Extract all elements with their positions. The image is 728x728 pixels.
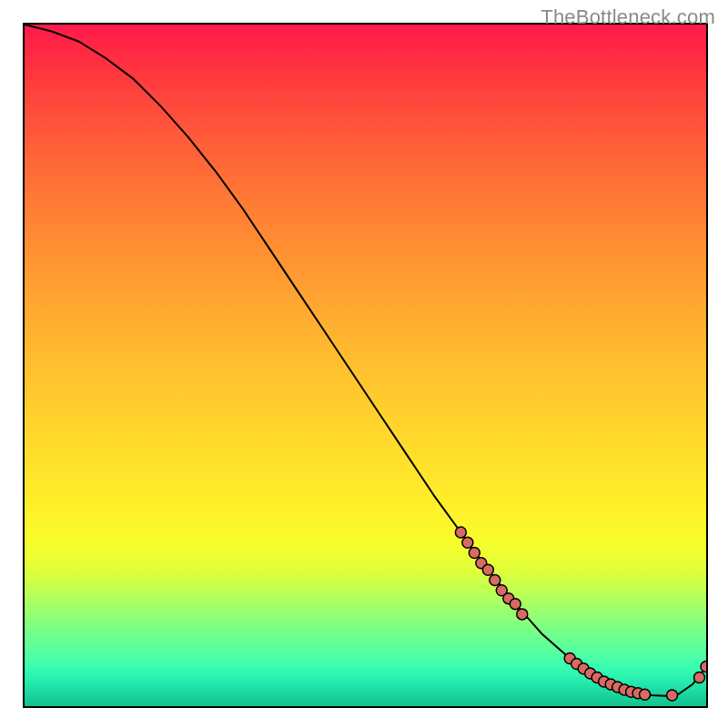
marker-point (490, 574, 500, 585)
watermark-text: TheBottleneck.com (541, 5, 715, 29)
marker-point (510, 599, 521, 610)
curve-line (25, 25, 706, 696)
marker-point (462, 537, 473, 548)
chart-container: TheBottleneck.com (0, 0, 728, 728)
marker-point (517, 609, 528, 620)
plot-area (23, 23, 708, 708)
optimal-marker-points (455, 527, 706, 701)
marker-point (694, 672, 705, 683)
marker-point (455, 527, 466, 538)
marker-point (469, 547, 480, 558)
marker-point (701, 662, 706, 672)
curve-svg (25, 25, 706, 706)
marker-point (640, 689, 651, 700)
marker-point (667, 690, 678, 701)
marker-point (482, 564, 493, 575)
